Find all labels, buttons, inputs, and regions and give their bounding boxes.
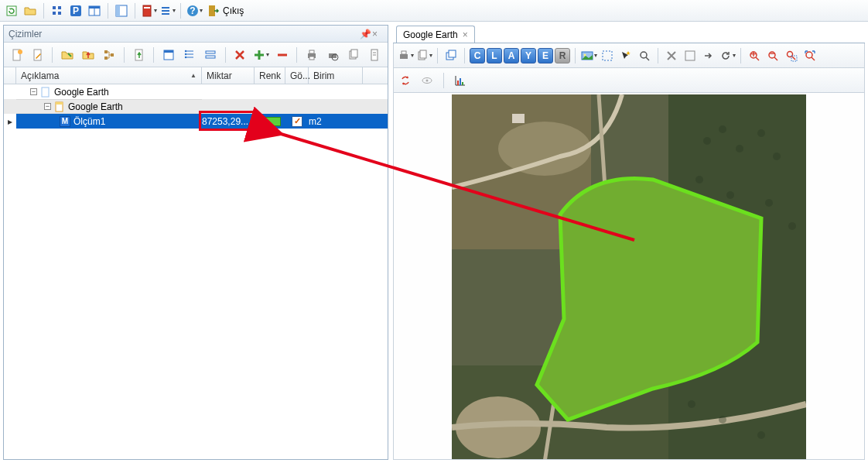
- help-icon[interactable]: ?▾: [186, 2, 203, 19]
- visibility-checkbox[interactable]: ✓: [292, 116, 302, 127]
- layer-c-button[interactable]: C: [470, 48, 485, 63]
- stack-icon[interactable]: [201, 46, 220, 64]
- svg-point-32: [185, 50, 186, 51]
- grid-icon[interactable]: [49, 2, 66, 19]
- layer-a-button[interactable]: A: [504, 48, 519, 63]
- clear-icon[interactable]: [663, 47, 680, 64]
- zoom-out-icon[interactable]: −: [764, 47, 781, 64]
- svg-rect-50: [400, 54, 408, 59]
- svg-rect-49: [56, 102, 63, 105]
- export-icon[interactable]: [129, 46, 149, 64]
- item-unit: m2: [309, 116, 322, 127]
- svg-rect-35: [206, 51, 215, 53]
- layer-l-button[interactable]: L: [487, 48, 502, 63]
- new-doc-icon[interactable]: [7, 46, 26, 64]
- svg-rect-61: [685, 51, 695, 60]
- p-icon[interactable]: P: [67, 2, 84, 19]
- sync-icon[interactable]: [397, 72, 414, 89]
- svg-point-84: [498, 122, 591, 176]
- copy-icon[interactable]: [344, 46, 364, 64]
- tab-google-earth[interactable]: Google Earth ×: [396, 26, 475, 43]
- structure-icon[interactable]: [100, 46, 119, 64]
- frame-icon[interactable]: [682, 47, 699, 64]
- svg-point-90: [757, 129, 765, 137]
- table-icon[interactable]: [86, 2, 103, 19]
- tree-root-row[interactable]: − Google Earth: [4, 84, 388, 99]
- reload-icon[interactable]: ▾: [719, 47, 736, 64]
- svg-line-67: [774, 57, 777, 60]
- group-label: Google Earth: [68, 101, 123, 112]
- close-tab-icon[interactable]: ×: [463, 29, 468, 40]
- zoom-fit-icon[interactable]: [801, 47, 818, 64]
- image-icon[interactable]: ▾: [580, 47, 597, 64]
- doc-icon[interactable]: [365, 46, 384, 64]
- layer-r-button[interactable]: R: [555, 48, 570, 63]
- svg-rect-36: [206, 56, 215, 58]
- open-folder-icon[interactable]: [22, 2, 39, 19]
- props-icon[interactable]: [179, 46, 199, 64]
- svg-rect-0: [7, 6, 16, 15]
- svg-point-74: [426, 79, 429, 81]
- svg-point-92: [695, 176, 703, 183]
- print-icon[interactable]: [302, 46, 321, 64]
- remove-icon[interactable]: [272, 46, 292, 64]
- expander-icon[interactable]: −: [30, 88, 37, 95]
- expander-icon[interactable]: −: [44, 103, 51, 110]
- svg-point-88: [719, 125, 726, 133]
- svg-point-97: [719, 416, 726, 424]
- svg-point-96: [688, 400, 695, 408]
- magnify-icon[interactable]: [636, 47, 653, 64]
- select-rect-icon[interactable]: [599, 47, 616, 64]
- folder-doc-icon: [54, 101, 65, 112]
- copy-icon[interactable]: ▾: [415, 47, 432, 64]
- zoom-area-icon[interactable]: [783, 47, 800, 64]
- svg-rect-53: [420, 50, 426, 58]
- pin-icon[interactable]: 📌: [360, 29, 371, 39]
- color-swatch[interactable]: [259, 117, 281, 126]
- col-unit[interactable]: Birim: [309, 67, 363, 84]
- add-icon[interactable]: ▾: [251, 46, 271, 64]
- svg-line-60: [646, 57, 649, 60]
- pointer-star-icon[interactable]: [617, 47, 634, 64]
- windows-icon[interactable]: [443, 47, 460, 64]
- refresh-icon[interactable]: [3, 2, 20, 19]
- svg-rect-55: [449, 50, 456, 57]
- chart-icon[interactable]: [452, 72, 469, 89]
- svg-rect-47: [42, 87, 49, 97]
- layer-y-button[interactable]: Y: [521, 48, 536, 63]
- list-icon[interactable]: ▾: [159, 2, 176, 19]
- book-icon[interactable]: ▾: [140, 2, 157, 19]
- eye-icon[interactable]: [419, 72, 436, 89]
- svg-point-94: [765, 199, 773, 207]
- folder-out-icon[interactable]: [79, 46, 98, 64]
- exit-label: Çıkış: [223, 5, 244, 16]
- svg-line-72: [812, 57, 815, 60]
- layer-e-button[interactable]: E: [538, 48, 553, 63]
- exit-button[interactable]: Çıkış: [204, 2, 247, 19]
- item-qty: 87253,29...: [202, 116, 248, 127]
- col-show[interactable]: Gö...: [285, 67, 309, 84]
- tree-group-row[interactable]: − Google Earth: [4, 99, 388, 114]
- forward-icon[interactable]: [700, 47, 717, 64]
- workspace: Çizimler 📌 × ▾: [0, 22, 868, 463]
- printer-icon[interactable]: ▾: [397, 47, 414, 64]
- col-color[interactable]: Renk: [255, 67, 285, 84]
- col-desc[interactable]: Açıklama▲: [16, 67, 202, 84]
- folder-open-icon[interactable]: [57, 46, 77, 64]
- edit-icon[interactable]: [28, 46, 47, 64]
- zoom-in-icon[interactable]: +: [746, 47, 763, 64]
- layout-icon[interactable]: [113, 2, 130, 19]
- map-viewport[interactable]: [393, 93, 865, 460]
- measure-icon: M: [60, 116, 70, 127]
- close-panel-icon[interactable]: ×: [372, 29, 383, 39]
- window-icon[interactable]: [159, 46, 178, 64]
- svg-rect-28: [164, 50, 173, 53]
- tree-item-row[interactable]: ▸ M Ölçüm1 87253,29... ✓ m2: [4, 114, 388, 129]
- svg-rect-19: [209, 5, 215, 16]
- columns-header: Açıklama▲ Miktar Renk Gö... Birim: [4, 67, 388, 84]
- col-qty[interactable]: Miktar: [202, 67, 255, 84]
- delete-icon[interactable]: [231, 46, 250, 64]
- page-icon: [40, 87, 51, 98]
- print-preview-icon[interactable]: [323, 46, 342, 64]
- svg-rect-43: [351, 50, 357, 57]
